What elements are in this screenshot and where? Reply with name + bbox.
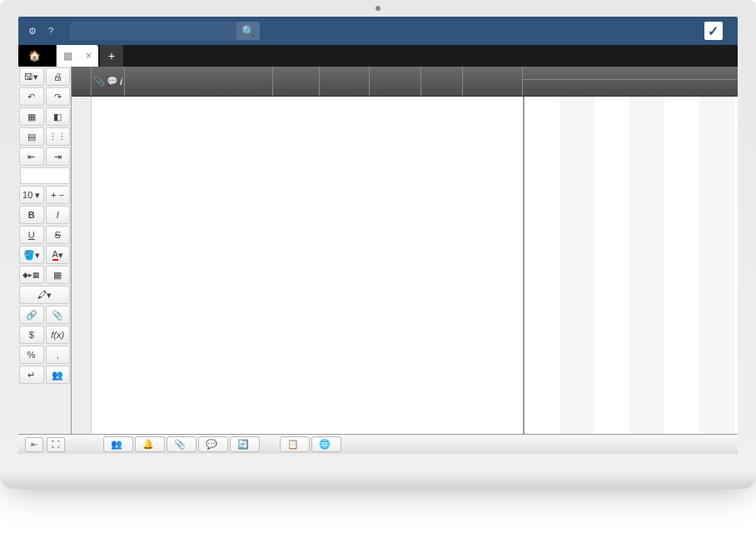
strike-button[interactable]: S xyxy=(46,226,71,244)
sharing-button[interactable]: 👥 xyxy=(103,436,133,452)
publish-button[interactable]: 🌐 xyxy=(311,436,341,452)
link-button[interactable]: 🔗 xyxy=(19,306,44,324)
undo-button[interactable]: ↶ xyxy=(19,87,44,106)
search-input[interactable] xyxy=(70,22,236,40)
function-button[interactable]: f(x) xyxy=(46,326,71,344)
wrap-button[interactable]: ↵ xyxy=(19,366,44,384)
check-icon: ✓ xyxy=(704,22,723,40)
highlight-button[interactable]: 🖍▾ xyxy=(19,286,70,304)
refresh-icon: 🔄 xyxy=(237,439,249,450)
col-indicators: 📎💬i xyxy=(92,67,125,96)
device-base xyxy=(0,471,756,489)
expand-icon[interactable]: ⛶ xyxy=(47,437,65,452)
gear-icon: ⚙ xyxy=(28,26,37,37)
alerts-button[interactable]: 🔔 xyxy=(135,436,165,452)
updates-button[interactable]: 🔄 xyxy=(230,436,260,452)
format-painter-button[interactable]: ▦ xyxy=(46,266,71,284)
collapse-left-icon[interactable]: ⇤ xyxy=(25,437,43,452)
indent-button[interactable]: ⇥ xyxy=(46,147,71,166)
currency-button[interactable]: $ xyxy=(19,326,44,344)
attach-icon: 📎 xyxy=(93,76,105,87)
redo-button[interactable]: ↷ xyxy=(46,87,71,106)
decimal-button[interactable]: , xyxy=(46,346,71,364)
outdent-button[interactable]: ⇤ xyxy=(19,147,44,166)
top-bar: ⚙ ? 🔍 ✓ xyxy=(18,17,738,45)
gantt-month-label xyxy=(523,67,738,80)
globe-icon: 🌐 xyxy=(319,439,331,450)
col-rownum xyxy=(72,67,92,96)
info-icon: i xyxy=(120,77,122,87)
underline-button[interactable]: U xyxy=(19,226,44,244)
form-icon: 📋 xyxy=(287,439,299,450)
col-finish[interactable] xyxy=(370,67,421,96)
close-tab-icon[interactable]: × xyxy=(86,50,92,62)
row-numbers xyxy=(72,97,92,434)
gantt-chart: 🔍 🔎 ⚑ ⇄ ✕ xyxy=(523,97,738,434)
col-complete[interactable] xyxy=(421,67,463,96)
tabs-bar: 🏠 ▦× + xyxy=(18,45,738,67)
bell-icon: 🔔 xyxy=(142,439,154,450)
card-view-button[interactable]: ▤ xyxy=(19,127,44,146)
collab-button[interactable]: 👥 xyxy=(46,366,71,384)
font-size-button[interactable]: 10 ▾ xyxy=(19,186,44,204)
comments-button[interactable]: 💬 xyxy=(198,436,228,452)
people-icon: 👥 xyxy=(111,439,122,450)
side-toolbar: 🖫▾🖨 ↶↷ ▦◧ ▤⋮⋮ ⇤⇥ 10 ▾+ − BI US 🪣▾A▾ ◆▸▦▦… xyxy=(18,67,72,434)
search-icon: 🔍 xyxy=(241,25,256,37)
add-tab-button[interactable]: + xyxy=(100,45,123,67)
search-button[interactable]: 🔍 xyxy=(236,22,260,40)
home-tab[interactable]: 🏠 xyxy=(18,45,57,67)
conditional-format-button[interactable]: ◆▸▦ xyxy=(19,266,44,284)
help-link[interactable]: ? xyxy=(48,26,57,36)
hierarchy-button[interactable]: ⋮⋮ xyxy=(46,127,71,146)
bold-button[interactable]: B xyxy=(19,206,44,224)
percent-button[interactable]: % xyxy=(19,346,44,364)
help-icon: ? xyxy=(48,26,53,36)
chat-icon: 💬 xyxy=(206,439,217,450)
attachments-button[interactable]: 📎 xyxy=(167,436,196,452)
col-start[interactable] xyxy=(320,67,370,96)
footer-bar: ⇤ ⛶ 👥 🔔 📎 💬 🔄 📋 🌐 xyxy=(18,434,738,454)
data-rows xyxy=(92,97,523,434)
webforms-button[interactable]: 📋 xyxy=(280,436,310,452)
fill-color-button[interactable]: 🪣▾ xyxy=(19,246,44,264)
brand-logo: ✓ xyxy=(704,22,728,40)
sheet-tab[interactable]: ▦× xyxy=(57,45,98,67)
comment-icon: 💬 xyxy=(107,76,118,87)
col-task[interactable] xyxy=(125,67,273,96)
gantt-button[interactable]: ◧ xyxy=(46,107,71,126)
col-predecessors[interactable] xyxy=(463,67,523,96)
gantt-header xyxy=(523,67,738,96)
italic-button[interactable]: I xyxy=(46,206,71,224)
calendar-button[interactable]: ▦ xyxy=(19,107,44,126)
save-button[interactable]: 🖫▾ xyxy=(19,67,44,86)
insert-button[interactable]: 📎 xyxy=(46,306,71,324)
font-select[interactable] xyxy=(20,167,70,184)
paperclip-icon: 📎 xyxy=(174,439,186,450)
gantt-date-row xyxy=(523,80,738,96)
home-icon: 🏠 xyxy=(28,50,41,62)
camera-dot xyxy=(376,6,380,11)
font-grow-button[interactable]: + − xyxy=(46,186,71,204)
grid-icon: ▦ xyxy=(63,50,72,62)
col-duration[interactable] xyxy=(273,67,320,96)
text-color-button[interactable]: A▾ xyxy=(46,246,71,264)
print-button[interactable]: 🖨 xyxy=(46,67,71,86)
account-link[interactable]: ⚙ xyxy=(28,26,40,37)
grid-header: 📎💬i xyxy=(72,67,738,97)
plus-icon: + xyxy=(108,49,115,62)
